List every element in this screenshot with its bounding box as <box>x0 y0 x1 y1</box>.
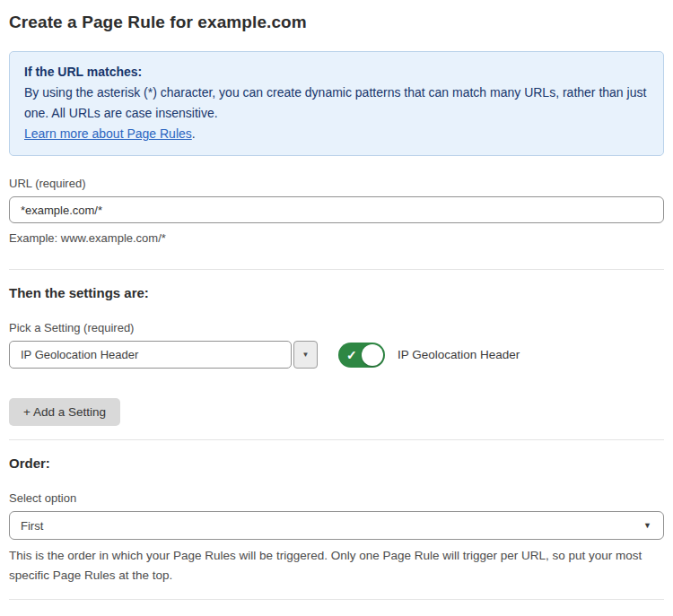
info-box-body: By using the asterisk (*) character, you… <box>24 82 649 124</box>
page-rule-form: Create a Page Rule for example.com If th… <box>0 0 673 616</box>
url-match-info-box: If the URL matches: By using the asteris… <box>9 51 664 156</box>
info-box-heading: If the URL matches: <box>24 62 649 82</box>
toggle-knob <box>362 344 383 366</box>
page-title: Create a Page Rule for example.com <box>9 13 664 32</box>
select-option-label: Select option <box>9 491 664 505</box>
ip-geolocation-toggle[interactable]: ✓ <box>338 343 385 368</box>
footer-divider <box>9 599 664 600</box>
order-heading: Order: <box>9 455 664 471</box>
chevron-down-icon: ▼ <box>643 521 651 530</box>
url-input[interactable] <box>9 196 664 223</box>
order-select-value: First <box>21 519 43 533</box>
info-box-link-line: Learn more about Page Rules. <box>24 124 649 144</box>
setting-picker-value: IP Geolocation Header <box>21 348 138 361</box>
section-divider <box>9 269 664 270</box>
url-helper-text: Example: www.example.com/* <box>9 229 664 247</box>
order-select[interactable]: First ▼ <box>9 511 664 540</box>
toggle-label: IP Geolocation Header <box>398 348 520 361</box>
learn-more-link[interactable]: Learn more about Page Rules <box>24 126 192 141</box>
add-setting-button[interactable]: + Add a Setting <box>9 398 120 426</box>
check-icon: ✓ <box>346 347 357 361</box>
settings-heading: Then the settings are: <box>9 285 664 300</box>
chevron-down-icon: ▼ <box>302 351 310 359</box>
setting-picker[interactable]: IP Geolocation Header <box>9 341 292 369</box>
setting-row: IP Geolocation Header ▼ ✓ IP Geolocation… <box>9 341 664 369</box>
url-label: URL (required) <box>9 177 664 190</box>
pick-setting-label: Pick a Setting (required) <box>9 321 664 334</box>
setting-picker-arrow-button[interactable]: ▼ <box>293 341 318 369</box>
order-helper-text: This is the order in which your Page Rul… <box>9 546 664 586</box>
link-suffix: . <box>192 126 196 141</box>
section-divider <box>9 439 664 440</box>
